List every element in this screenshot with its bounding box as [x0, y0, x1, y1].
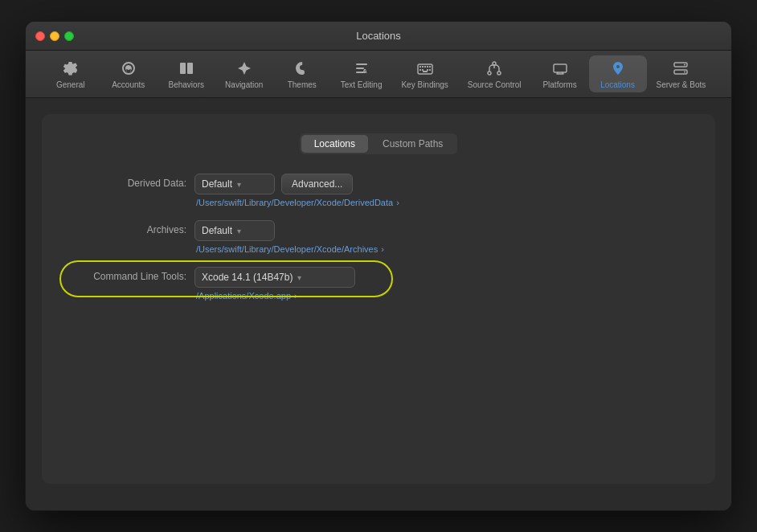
toolbar-item-text-editing[interactable]: Text Editing [331, 55, 392, 92]
svg-rect-19 [554, 64, 567, 72]
tab-group: Locations Custom Paths [300, 133, 458, 154]
clt-field: Xcode 14.1 (14B47b) ▾ /Applications/Xcod… [194, 267, 691, 301]
toolbar-label-text-editing: Text Editing [341, 80, 383, 89]
derived-data-select[interactable]: Default ▾ [194, 174, 275, 194]
svg-rect-11 [419, 69, 421, 71]
derived-data-path: /Users/swift/Library/Developer/Xcode/Der… [196, 198, 393, 207]
svg-rect-14 [427, 69, 428, 71]
derived-data-label: Derived Data: [66, 174, 186, 189]
toolbar-label-behaviors: Behaviors [169, 80, 204, 89]
toolbar-label-server-bots: Server & Bots [657, 80, 706, 89]
derived-data-field: Default ▾ Advanced... /Users/swift/Libra… [194, 174, 691, 207]
toolbar-label-locations: Locations [600, 80, 635, 89]
gear-icon [61, 59, 80, 78]
toolbar-label-key-bindings: Key Bindings [401, 80, 448, 89]
clt-path: /Applications/Xcode.app [196, 291, 291, 301]
derived-data-path-row: /Users/swift/Library/Developer/Xcode/Der… [194, 198, 691, 207]
arrow-icon: › [396, 198, 399, 207]
derived-data-row: Derived Data: Default ▾ Advanced... /Use… [66, 174, 691, 207]
archives-select[interactable]: Default ▾ [194, 220, 275, 241]
toolbar-label-themes: Themes [288, 80, 317, 89]
svg-rect-2 [356, 63, 367, 65]
text-editing-icon [352, 59, 371, 78]
archives-field-row: Default ▾ [194, 220, 691, 241]
svg-rect-6 [419, 66, 421, 68]
tab-custom-paths[interactable]: Custom Paths [370, 135, 456, 153]
arrow-icon: › [381, 244, 384, 254]
arrow-icon: › [294, 291, 297, 301]
tab-locations[interactable]: Locations [301, 135, 368, 153]
close-button[interactable] [35, 31, 45, 41]
chevron-down-icon: ▾ [237, 180, 241, 189]
svg-rect-13 [423, 71, 428, 72]
minimize-button[interactable] [50, 31, 59, 41]
svg-rect-3 [356, 68, 364, 69]
toolbar-item-platforms[interactable]: Platforms [531, 55, 589, 92]
source-control-icon [485, 59, 504, 78]
chevron-down-icon: ▾ [297, 273, 301, 282]
svg-rect-7 [422, 66, 424, 68]
server-icon [671, 59, 690, 78]
svg-point-22 [684, 64, 685, 66]
svg-point-17 [488, 72, 491, 75]
archives-path-row: /Users/swift/Library/Developer/Xcode/Arc… [194, 244, 691, 254]
derived-data-field-row: Default ▾ Advanced... [194, 174, 691, 194]
toolbar-item-general[interactable]: General [42, 55, 100, 92]
titlebar: Locations [26, 22, 731, 51]
clt-label: Command Line Tools: [66, 267, 186, 282]
keyboard-icon [415, 59, 435, 78]
archives-label: Archives: [66, 220, 186, 235]
svg-rect-0 [180, 63, 186, 74]
traffic-lights [35, 31, 74, 41]
clt-select[interactable]: Xcode 14.1 (14B47b) ▾ [194, 267, 355, 288]
toolbar: General Accounts Behaviors Navigation [26, 51, 731, 98]
command-line-tools-row: Command Line Tools: Xcode 14.1 (14B47b) … [66, 267, 691, 301]
toolbar-label-accounts: Accounts [112, 80, 145, 89]
toolbar-item-server-bots[interactable]: Server & Bots [647, 55, 716, 92]
platforms-icon [550, 59, 570, 78]
settings-panel: Locations Custom Paths Derived Data: Def… [42, 114, 715, 484]
behaviors-icon [177, 59, 196, 78]
archives-field: Default ▾ /Users/swift/Library/Developer… [194, 220, 691, 254]
archives-path: /Users/swift/Library/Developer/Xcode/Arc… [196, 244, 378, 254]
toolbar-item-key-bindings[interactable]: Key Bindings [391, 55, 457, 92]
toolbar-item-accounts[interactable]: Accounts [100, 55, 158, 92]
svg-rect-12 [422, 69, 424, 71]
toolbar-label-platforms: Platforms [542, 80, 576, 89]
advanced-button[interactable]: Advanced... [281, 174, 353, 194]
tab-bar: Locations Custom Paths [66, 133, 691, 154]
toolbar-item-themes[interactable]: Themes [273, 55, 331, 92]
toolbar-label-general: General [56, 80, 85, 89]
form-section: Derived Data: Default ▾ Advanced... /Use… [66, 174, 691, 301]
archives-row: Archives: Default ▾ /Users/swift/Library… [66, 220, 691, 254]
at-icon [119, 59, 138, 78]
toolbar-item-navigation[interactable]: Navigation [215, 55, 273, 92]
content-area: Locations Custom Paths Derived Data: Def… [26, 98, 731, 510]
clt-path-row: /Applications/Xcode.app › [194, 291, 691, 301]
window-title: Locations [356, 30, 401, 42]
chevron-down-icon: ▾ [237, 227, 241, 235]
svg-rect-15 [429, 69, 431, 71]
svg-point-18 [497, 72, 501, 75]
toolbar-label-source-control: Source Control [468, 80, 522, 89]
location-icon [608, 59, 628, 78]
zoom-button[interactable] [64, 31, 74, 41]
svg-rect-9 [427, 66, 428, 68]
svg-rect-10 [429, 66, 431, 68]
toolbar-item-behaviors[interactable]: Behaviors [158, 55, 215, 92]
main-window: Locations General Accounts Behaviors [25, 21, 732, 511]
navigation-icon [235, 59, 254, 78]
toolbar-label-navigation: Navigation [225, 80, 263, 89]
svg-rect-1 [187, 63, 193, 74]
svg-rect-8 [424, 66, 426, 68]
clt-field-row: Xcode 14.1 (14B47b) ▾ [194, 267, 691, 288]
toolbar-item-locations[interactable]: Locations [589, 55, 647, 92]
toolbar-item-source-control[interactable]: Source Control [458, 55, 531, 92]
svg-point-23 [684, 72, 685, 73]
themes-icon [293, 59, 312, 78]
